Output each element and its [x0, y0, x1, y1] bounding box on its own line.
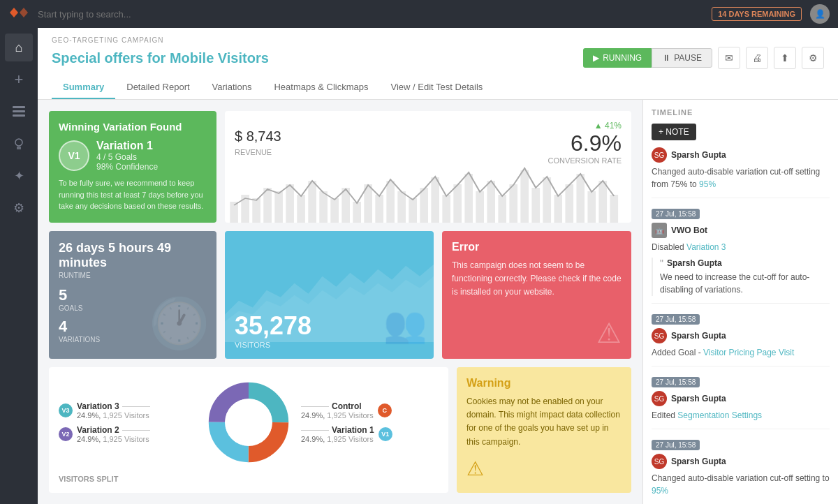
avatar[interactable]: 👤 — [810, 4, 830, 24]
sidebar-item-settings[interactable]: ⚙ — [5, 194, 33, 222]
legend-v3: V3 Variation 3 24.9%, 1,925 Visitors — [59, 401, 196, 420]
revenue-card: $ 8,743 REVENUE ▲ 41% 6.9% CONVERSION RA… — [225, 111, 631, 223]
svg-rect-6 — [252, 198, 260, 223]
svg-rect-27 — [487, 181, 495, 223]
tabs: Summary Detailed Report Variations Heatm… — [52, 76, 824, 99]
svg-rect-33 — [554, 195, 562, 223]
svg-rect-34 — [565, 184, 573, 223]
svg-rect-22 — [431, 177, 439, 223]
logo — [8, 6, 29, 22]
svg-rect-25 — [464, 174, 473, 223]
legend-v2: V2 Variation 2 24.9%, 1,925 Visitors — [59, 425, 196, 443]
visitors-split-label: VISITORS SPLIT — [59, 475, 439, 483]
winning-variation-card: Winning Variation Found V1 Variation 1 4… — [49, 111, 216, 223]
entry-date-4: 27 Jul, 15:58 — [652, 377, 700, 387]
svg-rect-24 — [453, 184, 462, 223]
entry-link-4[interactable]: Segmentation Settings — [677, 410, 762, 420]
v2-badge: V2 — [59, 427, 73, 441]
username-4: Sparsh Gupta — [671, 394, 726, 403]
svg-rect-32 — [543, 177, 551, 223]
sidebar: ⌂ + ✦ ⚙ — [0, 28, 38, 504]
svg-rect-23 — [442, 195, 450, 223]
sidebar-item-insights[interactable] — [5, 130, 33, 158]
entry-text-4: Edited Segmentation Settings — [652, 409, 830, 422]
share-button[interactable]: ⬆ — [774, 47, 796, 69]
stats-card: 26 days 5 hours 49 minutes RUNTIME 5 GOA… — [49, 231, 216, 359]
warning-triangle-icon: ⚠ — [596, 317, 622, 349]
runtime-label: RUNTIME — [59, 272, 207, 279]
entry-text-1: Changed auto-disable variation cut-off s… — [652, 165, 830, 191]
currency-symbol: $ — [235, 128, 247, 144]
conversion-rate-value: 6.9% — [547, 131, 622, 156]
timeline-header: TIMELINE — [652, 108, 830, 117]
legend-control: Control 24.9%, 1,925 Visitors C — [301, 401, 439, 420]
svg-rect-8 — [274, 191, 283, 223]
topbar: 14 DAYS REMAINING 👤 — [0, 0, 838, 28]
right-legends: Control 24.9%, 1,925 Visitors C — [301, 401, 439, 443]
visitors-label: VISITORS — [235, 341, 424, 349]
play-icon: ▶ — [593, 53, 599, 63]
warning-title: Warning — [466, 377, 622, 390]
svg-rect-38 — [610, 195, 618, 223]
svg-rect-36 — [587, 191, 596, 223]
sidebar-item-add[interactable]: + — [5, 66, 33, 94]
svg-rect-20 — [409, 198, 417, 223]
svg-rect-11 — [308, 181, 316, 223]
error-title: Error — [452, 241, 622, 253]
tab-heatmaps[interactable]: Heatmaps & Clickmaps — [263, 76, 379, 99]
search-input[interactable] — [38, 9, 703, 20]
control-badge: C — [378, 403, 392, 417]
entry-link-5[interactable]: 95% — [652, 486, 668, 496]
entry-link-1[interactable]: 95% — [699, 179, 716, 189]
tab-summary[interactable]: Summary — [52, 76, 115, 99]
entry-text-2: Disabled Variation 3 — [652, 241, 830, 253]
svg-rect-17 — [375, 195, 383, 223]
timeline-entry-5: 27 Jul, 15:58 SG Sparsh Gupta Changed au… — [652, 438, 830, 504]
pause-button[interactable]: ⏸ PAUSE — [652, 48, 712, 68]
username-bot-1: VWO Bot — [671, 225, 707, 235]
svg-rect-0 — [13, 106, 25, 108]
entry-link-3[interactable]: Visitor Pricing Page Visit — [703, 348, 794, 357]
visitors-count: 35,278 — [235, 311, 424, 341]
entry-link-2[interactable]: Variation 3 — [686, 242, 726, 252]
entry-date-2: 27 Jul, 15:58 — [652, 209, 700, 219]
sub-username-1: Sparsh Gupta — [667, 258, 722, 268]
sidebar-item-home[interactable]: ⌂ — [5, 34, 33, 61]
pause-icon: ⏸ — [662, 53, 670, 63]
more-settings-button[interactable]: ⚙ — [802, 47, 824, 69]
variation-name: Variation 1 — [96, 140, 158, 152]
tab-view-edit[interactable]: View / Edit Test Details — [380, 76, 494, 99]
legend-v1: Variation 1 24.9%, 1,925 Visitors V1 — [301, 425, 439, 443]
svg-rect-15 — [353, 202, 361, 223]
trial-badge: 14 DAYS REMAINING — [712, 7, 802, 21]
error-card: Error This campaign does not seem to be … — [442, 231, 631, 359]
winning-description: To be fully sure, we recommend to keep r… — [59, 177, 207, 212]
donut-chart — [203, 377, 294, 468]
tab-variations[interactable]: Variations — [201, 76, 263, 99]
print-button[interactable]: 🖨 — [746, 47, 768, 69]
error-text: This campaign does not seem to be functi… — [452, 259, 622, 299]
avatar-sparsh-3: SG — [652, 328, 667, 343]
timeline-entry-3: 27 Jul, 15:58 SG Sparsh Gupta Added Goal… — [652, 312, 830, 366]
sidebar-item-tools[interactable]: ✦ — [5, 162, 33, 190]
variation-confidence: 98% Confidence — [96, 162, 158, 172]
svg-point-43 — [225, 399, 272, 446]
avatar-sparsh-1: SG — [652, 147, 667, 163]
timeline-panel: TIMELINE + NOTE SG Sparsh Gupta Changed … — [642, 100, 838, 504]
tab-detailed[interactable]: Detailed Report — [115, 76, 200, 99]
svg-point-3 — [15, 139, 22, 146]
entry-text-3: Added Goal - Visitor Pricing Page Visit — [652, 346, 830, 359]
sidebar-item-reports[interactable] — [5, 98, 33, 126]
avatar-sparsh-5: SG — [652, 454, 667, 469]
add-note-button[interactable]: + NOTE — [652, 124, 696, 140]
v1-legend-badge: V1 — [378, 427, 392, 441]
svg-rect-12 — [319, 191, 328, 223]
email-button[interactable]: ✉ — [718, 47, 740, 69]
svg-rect-10 — [297, 195, 305, 223]
running-button[interactable]: ▶ RUNNING — [583, 48, 652, 68]
warning-text: Cookies may not be enabled on your domai… — [466, 395, 622, 449]
svg-rect-13 — [330, 198, 339, 223]
svg-rect-31 — [531, 188, 540, 223]
campaign-title: Special offers for Mobile Visitors — [52, 50, 269, 66]
clock-icon: 🕐 — [149, 295, 210, 352]
